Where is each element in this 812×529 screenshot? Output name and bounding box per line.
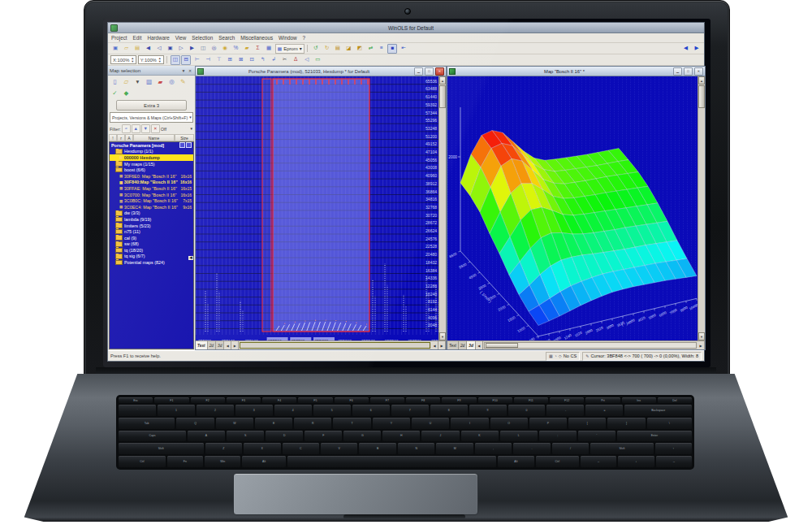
maximize-icon[interactable]: □ (684, 67, 693, 76)
panel-header[interactable]: Map selection ▼ ✕ (108, 66, 195, 76)
project-properties-icon[interactable]: ▤ (132, 44, 142, 54)
column-header-a[interactable]: A (125, 134, 133, 141)
hexdump-tab-3d[interactable]: 3d (216, 341, 224, 349)
map-list-icon[interactable]: ▤ (333, 44, 343, 54)
check-map-icon[interactable]: ✓ (110, 88, 120, 98)
eprom-mode-icon[interactable]: ▦ (264, 44, 274, 54)
scroll-up-icon[interactable]: ▲ (439, 76, 446, 85)
compare-icon[interactable]: ⇤ (399, 44, 408, 54)
tree-item-folder[interactable]: limiters (5/23) (110, 223, 193, 229)
tree-item-folder[interactable]: My maps (1/15) (110, 161, 193, 167)
tree-item-map[interactable]: ▦30FFAE: Map "Bosch II 16"16x15 (110, 185, 193, 192)
tab-scroll-left-icon[interactable]: ◀ (224, 341, 231, 349)
menu-miscellaneous[interactable]: Miscellaneous (240, 35, 273, 41)
sync-windows-icon[interactable]: ⇄ (365, 44, 375, 54)
tree-item-map[interactable]: ▦3C0700: Map "Bosch II 16"16x16 (110, 192, 193, 198)
tree-item-map[interactable]: ▦3C0B0C: Map "Bosch II 16"7x15 (110, 197, 193, 204)
prev-version-icon[interactable]: ◁ (154, 44, 164, 54)
scroll-thumb[interactable] (698, 85, 705, 108)
tree-item-folder[interactable]: lambda (9/19) (110, 216, 193, 223)
tree-item-map[interactable]: ▦3C0EC4: Map "Bosch II 16"9x16 (110, 204, 193, 210)
filter-dropdown-icon[interactable]: ▼ (190, 127, 193, 131)
tree-item-folder[interactable]: boost (6/6) (110, 167, 193, 173)
new-list-icon[interactable]: ▯ (110, 76, 120, 87)
filter-down-icon[interactable]: ▼ (141, 124, 150, 133)
extra3-button[interactable]: Extra 3 (116, 100, 187, 111)
diamond-icon[interactable]: ◆ (121, 88, 132, 98)
map-tab-text[interactable]: Text (447, 341, 459, 349)
row-up-icon[interactable]: ↰ (258, 55, 268, 65)
preview-icon[interactable]: ▭ (313, 55, 322, 65)
panel-close-button[interactable]: ✕ (187, 67, 193, 74)
original-version-icon[interactable]: ▣ (166, 44, 175, 54)
tree-item-folder[interactable]: sw (68) (110, 241, 193, 248)
menu-project[interactable]: Project (111, 35, 127, 41)
view-word-icon[interactable]: ⊠ (236, 55, 246, 65)
column-header-size[interactable]: Size (175, 134, 194, 141)
search-icon[interactable]: ◎ (209, 44, 219, 54)
tree-item-folder[interactable]: tq (18/20) (110, 247, 193, 254)
tree-item-map[interactable]: ▦30F6E0: Map "Bosch II 16"16x16 (110, 173, 193, 180)
map-tree[interactable]: ◄ Porsche Panamera [mod]Hexdump (1/1)▦00… (109, 141, 194, 349)
connect-hardware-icon[interactable]: ▣ (110, 44, 120, 54)
panel-menu-button[interactable]: ▼ (180, 67, 187, 74)
view-hilo-icon[interactable]: ⊡ (247, 55, 257, 65)
split-horizontal-icon[interactable]: ◫ (171, 55, 180, 65)
menu-help[interactable]: ? (302, 35, 305, 41)
filter-clear-icon[interactable]: ✕ (151, 124, 160, 133)
undo-icon[interactable]: ↺ (311, 44, 321, 54)
import-folder-icon[interactable]: ▰ (155, 76, 166, 87)
column-header-[interactable]: ! (109, 134, 117, 141)
x-zoom-spinner[interactable]: X:100%▲▼ (110, 55, 136, 64)
hscroll-right-icon[interactable]: ▶ (438, 341, 446, 349)
hscroll-right-icon[interactable]: ▶ (698, 341, 705, 349)
folder-dropdown-icon[interactable]: ▾ (132, 76, 143, 87)
map-3d-canvas[interactable]: 2000650055004500350025002000150010004804… (447, 76, 698, 348)
hexdump-tab-text[interactable]: Text (196, 341, 208, 349)
open-folder-icon[interactable]: ▱ (121, 76, 132, 87)
window-layout-icon[interactable]: ◫ (198, 44, 208, 54)
menu-edit[interactable]: Edit (133, 35, 142, 41)
scroll-thumb[interactable] (439, 85, 446, 108)
panel-collapse-arrow[interactable]: ◄ (188, 256, 193, 260)
first-version-icon[interactable]: ◀ (144, 44, 153, 54)
tree-item-hexdump[interactable]: ▦000000 Hexdump (110, 154, 193, 161)
filter-off-label[interactable]: Off (161, 127, 166, 132)
percent-icon[interactable]: % (231, 44, 241, 54)
menu-search[interactable]: Search (218, 35, 235, 41)
map-tab-3d[interactable]: 3d (467, 341, 476, 349)
next-version-icon[interactable]: ▷ (176, 44, 186, 54)
minimize-icon[interactable]: ▁ (414, 67, 423, 76)
scroll-up-icon[interactable]: ▲ (698, 76, 705, 85)
maximize-icon[interactable]: □ (425, 67, 434, 76)
tree-item-folder[interactable]: tq sig (6/7) (110, 254, 193, 260)
maps-2d-icon[interactable]: ◪ (343, 44, 353, 54)
tab-scroll-left-icon[interactable]: ◀ (476, 341, 483, 349)
menu-window[interactable]: Window (279, 35, 296, 41)
redo-icon[interactable]: ↻ (322, 44, 331, 54)
hexdump-overview-bar[interactable] (240, 342, 430, 349)
scope-dropdown[interactable]: Projects, Versions & Maps (Ctrl+Shift+F)… (110, 112, 193, 123)
tab-scroll-right-icon[interactable]: ▶ (231, 341, 239, 349)
column-wide-icon[interactable]: ⊣ (203, 55, 213, 65)
menu-hardware[interactable]: Hardware (147, 35, 169, 41)
tree-item-folder[interactable]: n75 (11) (110, 228, 193, 235)
nav-back-icon[interactable]: ◀ (681, 44, 691, 54)
bookmark-list-icon[interactable]: ≡ (377, 44, 387, 54)
row-down-icon[interactable]: ↲ (269, 55, 279, 65)
y-zoom-spinner[interactable]: Y:100%▲▼ (138, 55, 164, 64)
play-icon[interactable]: ◁ (302, 55, 312, 65)
last-version-icon[interactable]: ▶ (188, 44, 197, 54)
tree-item-map[interactable]: ▦30F840:Map "Bosch II 16"16x16 (110, 180, 193, 186)
minimize-icon[interactable]: ▁ (673, 67, 682, 76)
close-icon[interactable]: ✕ (435, 67, 444, 76)
tree-item-folder[interactable]: Potential maps (824) (110, 259, 193, 266)
map-titlebar[interactable]: Map "Bosch II 16" * ▁ □ ✕ (447, 67, 705, 76)
tree-item-folder[interactable]: Hexdump (1/1) (110, 149, 193, 155)
close-icon[interactable]: ✕ (694, 67, 703, 76)
spinner-arrows-icon[interactable]: ▲▼ (158, 57, 162, 62)
tree-item-folder[interactable]: dw (3/3) (110, 210, 193, 217)
checksum-icon[interactable]: Σ (253, 44, 263, 54)
folder-up-icon[interactable]: ▰ (242, 44, 252, 54)
open-project-icon[interactable]: ▱ (122, 44, 132, 54)
